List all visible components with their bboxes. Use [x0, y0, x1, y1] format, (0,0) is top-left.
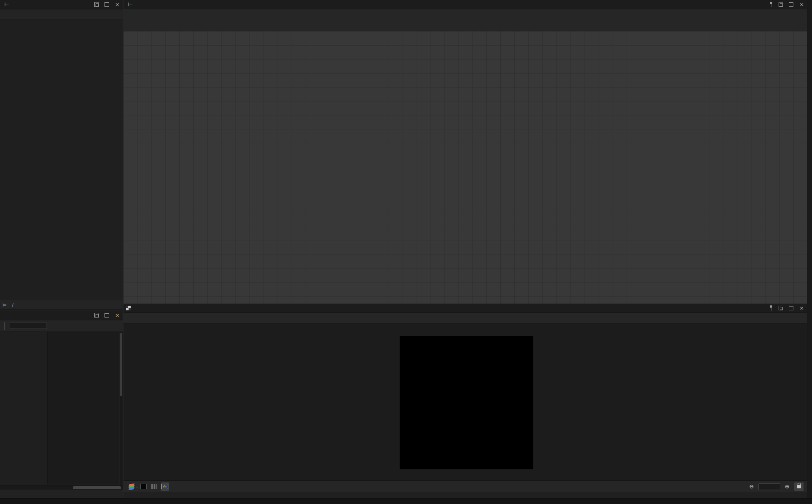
view2d-canvas[interactable]	[123, 323, 807, 480]
maximize-button[interactable]	[789, 306, 793, 310]
maximize-button[interactable]	[104, 313, 109, 318]
library-footer	[0, 490, 123, 498]
folder-icon	[3, 311, 11, 320]
explorer-footer: ⊨ i	[0, 300, 123, 310]
library-horizontal-scrollbar[interactable]	[0, 485, 123, 490]
graph-titlebar: ⊨ ×	[123, 0, 807, 9]
explorer-titlebar: ⊨ ×	[0, 0, 123, 9]
graph-icon: ⊨	[126, 0, 134, 9]
graph-canvas[interactable]	[123, 31, 807, 304]
view2d-statusbar: ⌄ ⊖ ⊕	[123, 480, 807, 492]
lock-zoom-button[interactable]	[794, 482, 804, 491]
close-button[interactable]: ×	[799, 2, 804, 7]
close-button[interactable]: ×	[799, 306, 804, 310]
float-button[interactable]	[94, 313, 99, 318]
library-vertical-scrollbar[interactable]	[120, 332, 123, 485]
library-titlebar: ×	[0, 311, 123, 320]
maximize-button[interactable]	[104, 2, 109, 7]
window-bottom-edge	[0, 498, 812, 504]
library-body	[0, 332, 123, 485]
zoom-input[interactable]	[758, 483, 780, 490]
checker-icon	[126, 306, 131, 310]
library-categories	[0, 332, 48, 485]
basecolor-texture	[400, 336, 533, 469]
display-mode-icon[interactable]	[161, 482, 169, 491]
hierarchy-icon[interactable]: ⊨	[3, 302, 7, 308]
close-button[interactable]: ×	[115, 2, 120, 7]
view2d-panel: × ⌄ ⊖ ⊕	[123, 304, 807, 498]
zoom-out-icon[interactable]: ⊖	[747, 482, 756, 491]
explorer-toolbar	[0, 10, 123, 20]
background-swatch[interactable]	[140, 484, 147, 489]
left-column: ⊨ × ⊨ i ×	[0, 0, 123, 504]
view2d-toolbar	[123, 313, 807, 323]
info-icon[interactable]: i	[12, 302, 14, 308]
graph-node-toolbar	[123, 21, 807, 31]
tree-icon: ⊨	[3, 0, 11, 9]
tiling-swatch[interactable]	[151, 484, 157, 489]
view2d-titlebar: ×	[123, 304, 807, 313]
explorer-panel: ⊨ × ⊨ i	[0, 0, 123, 310]
graph-main-toolbar	[123, 10, 807, 21]
substance-designer-window: ⊨ × ⊨ i ×	[0, 0, 812, 504]
float-button[interactable]	[779, 306, 783, 310]
float-button[interactable]	[779, 2, 783, 7]
pin-icon[interactable]	[769, 305, 773, 311]
library-toolbar	[0, 320, 123, 331]
float-button[interactable]	[94, 2, 99, 7]
zoom-in-icon[interactable]: ⊕	[783, 482, 791, 491]
pin-icon[interactable]	[769, 2, 773, 7]
close-button[interactable]: ×	[115, 313, 120, 318]
channels-icon[interactable]: ⌄	[128, 482, 138, 491]
search-input[interactable]	[10, 323, 47, 329]
window-edge	[807, 0, 812, 504]
library-items	[48, 332, 119, 485]
maximize-button[interactable]	[789, 2, 793, 7]
graph-panel: ⊨ ×	[123, 0, 807, 304]
library-panel: ×	[0, 311, 123, 498]
